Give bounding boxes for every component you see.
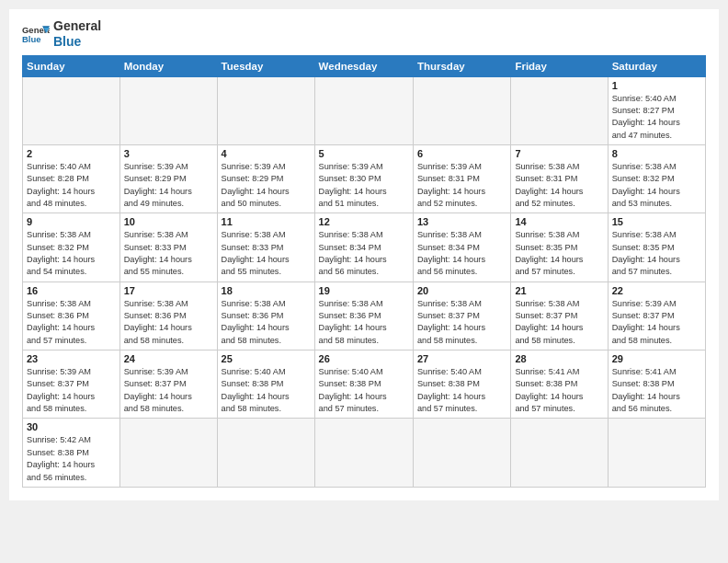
calendar-day-cell: 11Sunrise: 5:38 AM Sunset: 8:33 PM Dayli… (217, 213, 314, 282)
calendar-table: SundayMondayTuesdayWednesdayThursdayFrid… (22, 55, 706, 488)
calendar-day-cell: 13Sunrise: 5:38 AM Sunset: 8:34 PM Dayli… (413, 213, 510, 282)
calendar-day-cell: 21Sunrise: 5:38 AM Sunset: 8:37 PM Dayli… (511, 282, 608, 350)
weekday-header-monday: Monday (119, 55, 217, 76)
calendar-day-cell (119, 419, 217, 487)
day-number: 10 (124, 216, 213, 227)
day-number: 18 (222, 285, 311, 296)
day-number: 9 (27, 216, 116, 227)
day-info: Sunrise: 5:40 AM Sunset: 8:28 PM Dayligh… (27, 161, 116, 210)
day-number: 13 (417, 216, 506, 227)
day-info: Sunrise: 5:38 AM Sunset: 8:33 PM Dayligh… (222, 229, 311, 278)
calendar-day-cell (314, 76, 413, 144)
calendar-day-cell: 16Sunrise: 5:38 AM Sunset: 8:36 PM Dayli… (23, 282, 120, 350)
day-number: 30 (27, 421, 116, 432)
weekday-header-saturday: Saturday (608, 55, 705, 76)
weekday-header-friday: Friday (511, 55, 608, 76)
svg-text:Blue: Blue (22, 34, 41, 44)
calendar-week-row: 16Sunrise: 5:38 AM Sunset: 8:36 PM Dayli… (23, 282, 706, 350)
day-info: Sunrise: 5:38 AM Sunset: 8:37 PM Dayligh… (417, 298, 506, 347)
day-info: Sunrise: 5:38 AM Sunset: 8:37 PM Dayligh… (515, 298, 603, 347)
calendar-day-cell (608, 419, 705, 487)
header: General Blue General Blue (22, 18, 706, 50)
calendar-week-row: 30Sunrise: 5:42 AM Sunset: 8:38 PM Dayli… (23, 419, 706, 487)
calendar-day-cell: 10Sunrise: 5:38 AM Sunset: 8:33 PM Dayli… (119, 213, 217, 282)
day-info: Sunrise: 5:40 AM Sunset: 8:38 PM Dayligh… (222, 366, 311, 415)
day-info: Sunrise: 5:41 AM Sunset: 8:38 PM Dayligh… (515, 366, 603, 415)
calendar-day-cell (511, 419, 608, 487)
day-info: Sunrise: 5:38 AM Sunset: 8:36 PM Dayligh… (319, 298, 409, 347)
day-info: Sunrise: 5:38 AM Sunset: 8:31 PM Dayligh… (515, 161, 603, 210)
day-number: 29 (612, 353, 701, 364)
calendar-day-cell (217, 419, 314, 487)
day-info: Sunrise: 5:38 AM Sunset: 8:33 PM Dayligh… (124, 229, 213, 278)
day-info: Sunrise: 5:38 AM Sunset: 8:32 PM Dayligh… (612, 161, 701, 210)
calendar-week-row: 9Sunrise: 5:38 AM Sunset: 8:32 PM Daylig… (23, 213, 706, 282)
day-number: 2 (27, 148, 116, 159)
calendar-day-cell: 9Sunrise: 5:38 AM Sunset: 8:32 PM Daylig… (23, 213, 120, 282)
day-number: 3 (124, 148, 213, 159)
day-info: Sunrise: 5:38 AM Sunset: 8:35 PM Dayligh… (515, 229, 603, 278)
day-number: 7 (515, 148, 603, 159)
calendar-day-cell (511, 76, 608, 144)
calendar-week-row: 2Sunrise: 5:40 AM Sunset: 8:28 PM Daylig… (23, 144, 706, 213)
generalblue-logo-icon: General Blue (22, 23, 50, 45)
day-number: 4 (222, 148, 311, 159)
calendar-day-cell: 14Sunrise: 5:38 AM Sunset: 8:35 PM Dayli… (511, 213, 608, 282)
day-info: Sunrise: 5:39 AM Sunset: 8:31 PM Dayligh… (417, 161, 506, 210)
calendar-week-row: 1Sunrise: 5:40 AM Sunset: 8:27 PM Daylig… (23, 76, 706, 144)
calendar-day-cell: 17Sunrise: 5:38 AM Sunset: 8:36 PM Dayli… (119, 282, 217, 350)
day-info: Sunrise: 5:38 AM Sunset: 8:34 PM Dayligh… (417, 229, 506, 278)
logo: General Blue General Blue (22, 18, 101, 50)
day-number: 23 (27, 353, 116, 364)
calendar-day-cell: 15Sunrise: 5:38 AM Sunset: 8:35 PM Dayli… (608, 213, 705, 282)
calendar-day-cell: 25Sunrise: 5:40 AM Sunset: 8:38 PM Dayli… (217, 350, 314, 419)
calendar-day-cell: 30Sunrise: 5:42 AM Sunset: 8:38 PM Dayli… (23, 419, 120, 487)
day-number: 14 (515, 216, 603, 227)
calendar-day-cell: 27Sunrise: 5:40 AM Sunset: 8:38 PM Dayli… (413, 350, 510, 419)
calendar-day-cell: 7Sunrise: 5:38 AM Sunset: 8:31 PM Daylig… (511, 144, 608, 213)
calendar-day-cell (413, 76, 510, 144)
calendar-day-cell: 26Sunrise: 5:40 AM Sunset: 8:38 PM Dayli… (314, 350, 413, 419)
calendar-day-cell: 6Sunrise: 5:39 AM Sunset: 8:31 PM Daylig… (413, 144, 510, 213)
weekday-header-wednesday: Wednesday (314, 55, 413, 76)
calendar-day-cell: 18Sunrise: 5:38 AM Sunset: 8:36 PM Dayli… (217, 282, 314, 350)
day-number: 8 (612, 148, 701, 159)
day-number: 17 (124, 285, 213, 296)
day-number: 22 (612, 285, 701, 296)
calendar-day-cell (119, 76, 217, 144)
logo-general: General (53, 18, 101, 34)
day-info: Sunrise: 5:39 AM Sunset: 8:37 PM Dayligh… (124, 366, 213, 415)
calendar-day-cell (413, 419, 510, 487)
calendar-day-cell (217, 76, 314, 144)
weekday-header-thursday: Thursday (413, 55, 510, 76)
calendar-day-cell: 23Sunrise: 5:39 AM Sunset: 8:37 PM Dayli… (23, 350, 120, 419)
day-info: Sunrise: 5:38 AM Sunset: 8:36 PM Dayligh… (124, 298, 213, 347)
day-info: Sunrise: 5:42 AM Sunset: 8:38 PM Dayligh… (27, 434, 116, 483)
day-number: 6 (417, 148, 506, 159)
calendar-day-cell: 1Sunrise: 5:40 AM Sunset: 8:27 PM Daylig… (608, 76, 705, 144)
day-info: Sunrise: 5:39 AM Sunset: 8:30 PM Dayligh… (319, 161, 409, 210)
calendar-day-cell: 20Sunrise: 5:38 AM Sunset: 8:37 PM Dayli… (413, 282, 510, 350)
day-number: 12 (319, 216, 409, 227)
calendar-day-cell: 19Sunrise: 5:38 AM Sunset: 8:36 PM Dayli… (314, 282, 413, 350)
calendar-day-cell (23, 76, 120, 144)
logo-blue: Blue (53, 34, 101, 50)
calendar-day-cell: 29Sunrise: 5:41 AM Sunset: 8:38 PM Dayli… (608, 350, 705, 419)
page: General Blue General Blue SundayMondayTu… (9, 9, 719, 500)
day-info: Sunrise: 5:39 AM Sunset: 8:29 PM Dayligh… (124, 161, 213, 210)
day-info: Sunrise: 5:38 AM Sunset: 8:36 PM Dayligh… (222, 298, 311, 347)
calendar-day-cell: 28Sunrise: 5:41 AM Sunset: 8:38 PM Dayli… (511, 350, 608, 419)
calendar-day-cell: 24Sunrise: 5:39 AM Sunset: 8:37 PM Dayli… (119, 350, 217, 419)
day-number: 27 (417, 353, 506, 364)
day-info: Sunrise: 5:40 AM Sunset: 8:27 PM Dayligh… (612, 93, 701, 142)
day-info: Sunrise: 5:39 AM Sunset: 8:37 PM Dayligh… (612, 298, 701, 347)
calendar-header-row: SundayMondayTuesdayWednesdayThursdayFrid… (23, 55, 706, 76)
calendar-day-cell: 12Sunrise: 5:38 AM Sunset: 8:34 PM Dayli… (314, 213, 413, 282)
day-info: Sunrise: 5:38 AM Sunset: 8:36 PM Dayligh… (27, 298, 116, 347)
weekday-header-sunday: Sunday (23, 55, 120, 76)
calendar-day-cell: 22Sunrise: 5:39 AM Sunset: 8:37 PM Dayli… (608, 282, 705, 350)
day-info: Sunrise: 5:39 AM Sunset: 8:37 PM Dayligh… (27, 366, 116, 415)
day-number: 21 (515, 285, 603, 296)
calendar-day-cell: 2Sunrise: 5:40 AM Sunset: 8:28 PM Daylig… (23, 144, 120, 213)
day-number: 20 (417, 285, 506, 296)
